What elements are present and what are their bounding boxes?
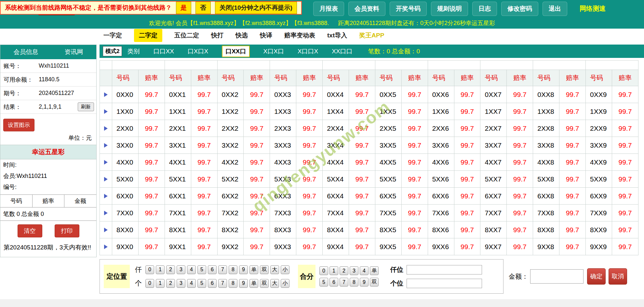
row-select-arrow[interactable] [100,86,112,103]
pattern-option[interactable]: 口口XX [153,47,174,56]
bet-code-cell: 3XX9 [586,137,612,154]
digit-button[interactable]: 单 [249,279,258,288]
amount-input[interactable] [530,269,584,284]
row-select-arrow[interactable] [100,137,112,154]
sum-digit-button[interactable]: 双 [370,278,379,287]
top-nav-button[interactable]: 开奖号码 [390,2,427,16]
digit-button[interactable]: 大 [270,265,279,274]
digit-button[interactable]: 单 [249,265,258,274]
row-select-arrow[interactable] [100,154,112,171]
row-select-arrow[interactable] [100,188,112,205]
digit-button[interactable]: 3 [177,279,185,288]
sum-digit-button[interactable]: 0 [319,266,328,275]
top-nav-button[interactable]: 日志 [472,2,497,16]
game-tab[interactable]: 五位二定 [174,31,199,40]
units-position-input[interactable] [407,279,482,288]
row-select-arrow[interactable] [100,221,112,238]
cancel-button[interactable]: 取消 [609,268,627,285]
pattern-option[interactable]: X口X口 [263,47,284,56]
digit-button[interactable]: 9 [239,265,248,274]
digit-button[interactable]: 5 [197,279,206,288]
bet-odds-cell: 99.7 [559,137,586,154]
digit-button[interactable]: 9 [239,279,248,288]
row-select-arrow[interactable] [100,120,112,137]
game-tab[interactable]: txt导入 [327,31,347,40]
top-nav-button[interactable]: 会员资料 [348,2,385,16]
sum-digit-button[interactable]: 4 [360,266,369,275]
bet-code-cell: 8XX8 [533,221,559,238]
bet-odds-cell: 99.7 [349,171,375,188]
row-select-arrow[interactable] [100,238,112,255]
top-nav-button[interactable]: 修改密码 [501,2,538,16]
game-tab[interactable]: 快译 [260,31,272,40]
sidebar-tab-member-info[interactable]: 会员信息 [14,48,38,56]
digit-button[interactable]: 4 [187,265,196,274]
sum-digit-button[interactable]: 单 [370,266,379,275]
digit-button[interactable]: 双 [260,279,269,288]
digit-button[interactable]: 6 [208,279,217,288]
bet-code-cell: 3XX6 [428,137,454,154]
top-nav-button[interactable]: 规则说明 [431,2,468,16]
row-select-arrow[interactable] [100,205,112,221]
digit-button[interactable]: 3 [177,265,185,274]
digit-button[interactable]: 5 [197,265,206,274]
digit-button[interactable]: 0 [145,279,154,288]
game-tab[interactable]: 二字定 [134,29,162,42]
digit-button[interactable]: 0 [145,265,154,274]
digit-button[interactable]: 8 [229,265,237,274]
digit-button[interactable]: 7 [218,279,227,288]
pattern-option[interactable]: X口口X [298,47,318,56]
digit-button[interactable]: 2 [166,265,175,274]
digit-button[interactable]: 1 [156,265,165,274]
digit-button[interactable]: 小 [281,265,289,274]
sidebar-tab-news[interactable]: 资讯网 [65,48,83,56]
game-tab[interactable]: 奖王APP [359,31,384,40]
digit-button[interactable]: 4 [187,279,196,288]
bet-odds-cell: 99.7 [612,86,638,103]
bet-odds-cell: 99.7 [401,103,428,120]
row-select-arrow[interactable] [100,103,112,120]
digit-button[interactable]: 大 [270,279,279,288]
settings-button[interactable]: 设置图示 [3,119,34,131]
digit-button[interactable]: 2 [166,279,175,288]
game-tab[interactable]: 快选 [235,31,248,40]
alert-close-button[interactable]: 关闭(10分钟之内不再提示) [215,2,297,14]
sum-digit-button[interactable]: 2 [340,266,348,275]
pattern-option[interactable]: XX口口 [332,47,352,56]
row-select-arrow[interactable] [100,171,112,188]
bet-odds-cell: 99.7 [454,238,480,255]
alert-yes-button[interactable]: 是 [176,2,191,14]
refresh-button[interactable]: 刷新 [78,102,94,111]
digit-button[interactable]: 8 [229,279,237,288]
alert-no-button[interactable]: 否 [195,2,211,14]
digit-button[interactable]: 7 [218,265,227,274]
top-nav-button[interactable]: 退出 [543,2,567,16]
sum-digit-button[interactable]: 3 [350,266,358,275]
digit-button[interactable]: 1 [156,279,165,288]
clear-button[interactable]: 清空 [18,224,42,237]
sum-digit-button[interactable]: 7 [340,278,348,287]
digit-button[interactable]: 6 [208,265,217,274]
sum-digit-button[interactable]: 5 [319,278,328,287]
game-tab[interactable]: 赔率变动表 [284,31,315,40]
sum-digit-button[interactable]: 9 [360,278,369,287]
speed-test-link[interactable]: 网络测速 [580,4,606,13]
confirm-button[interactable]: 确定 [587,268,606,285]
sum-digit-button[interactable]: 1 [329,266,338,275]
game-tab[interactable]: 快打 [211,31,223,40]
bet-odds-cell: 99.7 [454,221,480,238]
bet-odds-cell: 99.7 [559,103,586,120]
top-nav-button[interactable]: 月报表 [313,2,344,16]
code-column-header: 号码 [586,70,612,86]
mode-select[interactable]: 模式2 [103,46,122,56]
bet-odds-cell: 99.7 [401,120,428,137]
game-tab[interactable]: 一字定 [103,31,122,40]
pattern-option[interactable]: 口X口X [188,47,208,56]
sum-digit-button[interactable]: 6 [329,278,338,287]
thousands-position-input[interactable] [407,265,482,274]
digit-button[interactable]: 小 [281,279,289,288]
pattern-option[interactable]: 口XX口 [222,46,249,57]
digit-button[interactable]: 双 [260,265,269,274]
sum-digit-button[interactable]: 8 [350,278,358,287]
print-button[interactable]: 打印 [55,224,79,237]
